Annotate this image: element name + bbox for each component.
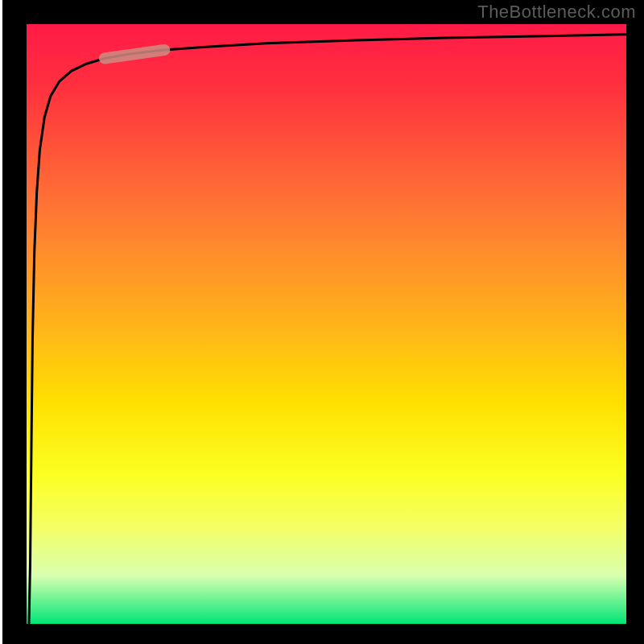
performance-curve [29, 35, 626, 624]
plot-frame [14, 12, 638, 636]
chart-svg [0, 0, 644, 644]
attribution-label: TheBottleneck.com [477, 2, 636, 23]
chart-stage: TheBottleneck.com [0, 0, 644, 644]
curve-highlight-segment [105, 50, 164, 59]
